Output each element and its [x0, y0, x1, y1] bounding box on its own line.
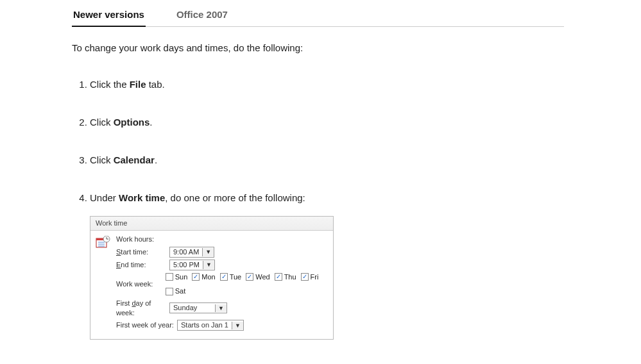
calendar-clock-icon — [96, 236, 111, 250]
step-3-bold: Calendar — [114, 154, 155, 165]
chevron-down-icon: ▼ — [215, 304, 226, 313]
first-day-value: Sunday — [170, 303, 215, 313]
checkbox-icon — [166, 273, 173, 281]
start-time-label: Start time: — [116, 247, 167, 257]
step-4-bold: Work time — [119, 192, 165, 203]
step-4-text-c: , do one or more of the following: — [165, 192, 305, 203]
step-2-text-a: Click — [90, 117, 114, 128]
checkbox-icon: ✓ — [275, 273, 282, 281]
checkbox-icon — [166, 288, 173, 295]
chevron-down-icon: ▼ — [202, 248, 214, 256]
step-2-bold: Options — [114, 117, 150, 128]
start-time-select[interactable]: 9:00 AM ▼ — [169, 247, 214, 258]
day-wed[interactable]: ✓Wed — [246, 272, 269, 282]
step-2: Click Options. — [90, 115, 564, 129]
step-4-text-a: Under — [90, 192, 119, 203]
checkbox-icon: ✓ — [246, 273, 253, 281]
day-sun[interactable]: Sun — [166, 272, 188, 282]
day-fri[interactable]: ✓Fri — [301, 272, 319, 282]
intro-text: To change your work days and times, do t… — [72, 42, 564, 53]
work-time-screenshot: Work time — [90, 216, 334, 340]
end-time-select[interactable]: 5:00 PM ▼ — [169, 260, 215, 270]
step-1: Click the File tab. — [90, 78, 564, 91]
step-1-bold: File — [130, 79, 146, 90]
end-time-value: 5:00 PM — [170, 260, 203, 270]
checkbox-icon: ✓ — [301, 273, 309, 281]
step-1-text-c: tab. — [146, 79, 165, 90]
start-time-value: 9:00 AM — [170, 247, 202, 257]
checkbox-icon: ✓ — [192, 273, 200, 281]
day-thu[interactable]: ✓Thu — [275, 272, 296, 282]
work-week-label: Work week: — [116, 279, 164, 289]
step-3: Click Calendar. — [90, 153, 564, 167]
work-time-header: Work time — [90, 217, 333, 231]
first-week-label: First week of year: — [116, 320, 175, 330]
chevron-down-icon: ▼ — [232, 322, 243, 330]
day-mon[interactable]: ✓Mon — [192, 272, 215, 282]
chevron-down-icon: ▼ — [203, 261, 214, 269]
day-tue[interactable]: ✓Tue — [220, 272, 242, 282]
tab-newer-versions[interactable]: Newer versions — [72, 5, 146, 26]
step-1-text-a: Click the — [90, 79, 130, 90]
day-sat[interactable]: Sat — [166, 286, 186, 296]
end-time-label: End time: — [116, 260, 167, 270]
step-3-text-c: . — [155, 154, 157, 165]
step-4: Under Work time, do one or more of the f… — [90, 191, 564, 340]
work-hours-label: Work hours: — [116, 235, 329, 244]
step-3-text-a: Click — [90, 154, 114, 165]
first-day-label: First day of week: — [116, 299, 167, 318]
first-week-value: Starts on Jan 1 — [178, 320, 232, 330]
first-day-select[interactable]: Sunday ▼ — [169, 302, 227, 313]
tab-office-2007[interactable]: Office 2007 — [175, 5, 229, 26]
checkbox-icon: ✓ — [220, 273, 228, 281]
version-tabs: Newer versions Office 2007 — [72, 5, 564, 27]
step-2-text-c: . — [150, 117, 152, 128]
first-week-select[interactable]: Starts on Jan 1 ▼ — [177, 320, 244, 331]
steps-list: Click the File tab. Click Options. Click… — [72, 78, 564, 340]
